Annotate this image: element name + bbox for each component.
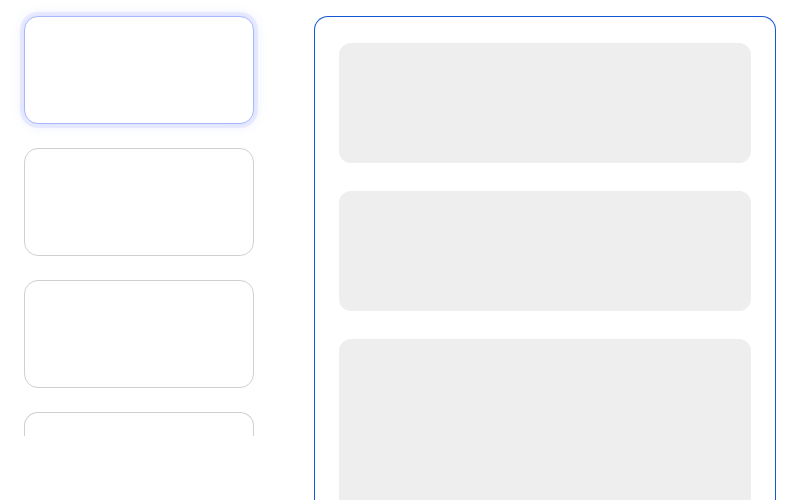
thumbnail-4[interactable] xyxy=(24,412,254,436)
content-block-1 xyxy=(339,43,751,163)
thumbnail-2[interactable] xyxy=(24,148,254,256)
thumbnail-3[interactable] xyxy=(24,280,254,388)
thumbnail-1[interactable] xyxy=(24,16,254,124)
main-content-panel xyxy=(314,16,776,500)
content-block-2 xyxy=(339,191,751,311)
content-block-3 xyxy=(339,339,751,500)
thumbnail-sidebar xyxy=(24,16,254,500)
